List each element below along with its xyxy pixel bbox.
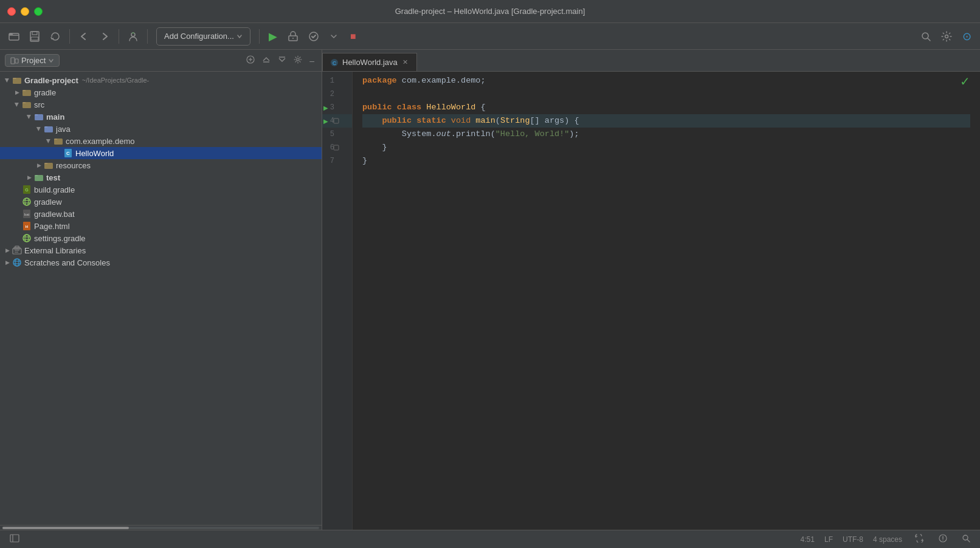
file-sync-button[interactable] bbox=[912, 533, 927, 546]
coverage-button[interactable] bbox=[305, 27, 323, 46]
out-5: out bbox=[437, 128, 451, 141]
toggle-sidebar-button[interactable] bbox=[7, 533, 22, 546]
toolbar-right: ⊙ bbox=[917, 27, 975, 46]
close-sidebar-button[interactable]: – bbox=[307, 55, 317, 67]
add-file-button[interactable] bbox=[244, 54, 257, 67]
updates-button[interactable]: ⊙ bbox=[958, 27, 975, 46]
bookmark-4 bbox=[333, 118, 339, 124]
paren-4a: ( bbox=[495, 114, 500, 128]
code-editor: ✓ 1 2 ▶ 3 ▶ 4 bbox=[322, 72, 980, 530]
gradle-folder-icon bbox=[22, 87, 32, 97]
code-line-3: public class HelloWorld { bbox=[362, 101, 970, 114]
scratches-icon bbox=[12, 258, 22, 267]
tree-item-scratches[interactable]: ▶ Scratches and Consoles bbox=[0, 256, 322, 269]
tree-item-helloworld[interactable]: ▶ C HelloWorld bbox=[0, 147, 322, 159]
line-number-gutter: 1 2 ▶ 3 ▶ 4 5 bbox=[322, 72, 353, 530]
tree-item-java[interactable]: ▶ java bbox=[0, 123, 322, 135]
run-gutter-3[interactable]: ▶ bbox=[323, 104, 328, 111]
html-file-icon: H bbox=[22, 221, 32, 231]
svg-rect-11 bbox=[11, 58, 15, 64]
svg-rect-54 bbox=[334, 118, 339, 123]
toolbar: Add Configuration... ▶ ■ ⊙ bbox=[0, 23, 980, 50]
tree-item-main[interactable]: ▶ main bbox=[0, 111, 322, 123]
space-4c bbox=[471, 114, 475, 128]
tree-item-com-example-demo[interactable]: ▶ com.example.demo bbox=[0, 135, 322, 147]
space-4a bbox=[412, 114, 416, 128]
indent-info[interactable]: 4 spaces bbox=[873, 535, 902, 544]
tree-arrow-resources: ▶ bbox=[34, 162, 44, 168]
back-button[interactable] bbox=[75, 27, 93, 46]
gutter-line-2: 2 bbox=[322, 87, 352, 101]
svg-text:C: C bbox=[333, 60, 337, 66]
string-hello: "Hello, World!" bbox=[495, 128, 570, 141]
stop-button[interactable]: ■ bbox=[345, 27, 362, 46]
code-line-1: package com.example.demo; bbox=[362, 74, 970, 87]
toolbar-sep-3 bbox=[147, 29, 148, 44]
file-status-button[interactable] bbox=[936, 533, 950, 546]
status-bar-right: 4:51 LF UTF-8 4 spaces bbox=[801, 533, 973, 546]
sidebar-settings-button[interactable] bbox=[291, 54, 305, 67]
run-gutter-4[interactable]: ▶ bbox=[323, 118, 328, 125]
build-button[interactable] bbox=[284, 27, 302, 46]
svg-text:C: C bbox=[66, 151, 70, 156]
line-ending[interactable]: LF bbox=[824, 535, 833, 544]
editor-tab-helloworld[interactable]: C HelloWorld.java ✕ bbox=[322, 53, 417, 71]
svg-rect-3 bbox=[31, 37, 38, 40]
tree-item-gradlew-bat[interactable]: ▶ bat gradlew.bat bbox=[0, 208, 322, 220]
class-string: String bbox=[500, 114, 530, 128]
tree-item-external-libraries[interactable]: ▶ External Libraries bbox=[0, 244, 322, 256]
tree-item-test[interactable]: ▶ test bbox=[0, 171, 322, 183]
settings-button[interactable] bbox=[937, 27, 956, 46]
line-num-7: 7 bbox=[322, 157, 334, 165]
project-view-selector[interactable]: Project bbox=[5, 54, 60, 67]
collapse-all-button[interactable] bbox=[260, 54, 273, 67]
tree-item-settings-gradle[interactable]: ▶ settings.gradle bbox=[0, 232, 322, 244]
refresh-button[interactable] bbox=[46, 27, 64, 46]
maximize-button[interactable] bbox=[34, 7, 43, 16]
gradlew-label: gradlew bbox=[34, 197, 62, 207]
tree-item-resources[interactable]: ▶ resources bbox=[0, 159, 322, 171]
toolbar-sep-2 bbox=[119, 29, 119, 44]
save-button[interactable] bbox=[26, 27, 44, 46]
tree-item-gradle-project[interactable]: ▶ Gradle-project ~/IdeaProjects/Gradle- bbox=[0, 74, 322, 86]
svg-rect-55 bbox=[334, 145, 339, 150]
profile-button[interactable] bbox=[124, 27, 142, 46]
main-content: Project – bbox=[0, 50, 980, 530]
tab-close-button[interactable]: ✕ bbox=[401, 58, 409, 66]
svg-text:H: H bbox=[26, 225, 28, 228]
encoding[interactable]: UTF-8 bbox=[843, 535, 863, 544]
sidebar: Project – bbox=[0, 50, 322, 530]
forward-button[interactable] bbox=[95, 27, 114, 46]
svg-point-60 bbox=[942, 539, 943, 540]
code-line-6: } bbox=[362, 141, 970, 154]
expand-all-button[interactable] bbox=[275, 54, 289, 67]
run-dropdown-button[interactable] bbox=[325, 27, 342, 46]
run-button[interactable]: ▶ bbox=[264, 27, 281, 46]
src-label: src bbox=[34, 100, 44, 109]
java-file-icon: C bbox=[63, 148, 73, 158]
tree-item-gradle[interactable]: ▶ gradle bbox=[0, 86, 322, 98]
add-configuration-button[interactable]: Add Configuration... bbox=[156, 27, 250, 46]
search-everywhere-button[interactable] bbox=[917, 27, 935, 46]
sidebar-scrollbar[interactable] bbox=[0, 525, 322, 530]
close-button[interactable] bbox=[7, 7, 16, 16]
tree-item-page-html[interactable]: ▶ H Page.html bbox=[0, 220, 322, 232]
code-content[interactable]: package com.example.demo; public class H… bbox=[353, 72, 980, 530]
minimize-button[interactable] bbox=[21, 7, 29, 16]
java-label: java bbox=[56, 125, 71, 134]
settings-gradle-label: settings.gradle bbox=[34, 234, 86, 243]
tree-item-gradlew[interactable]: ▶ gradlew bbox=[0, 196, 322, 208]
resources-folder-icon bbox=[44, 160, 53, 170]
page-html-label: Page.html bbox=[34, 222, 70, 231]
editor-check-icon: ✓ bbox=[960, 74, 970, 89]
cursor-position[interactable]: 4:51 bbox=[801, 535, 815, 544]
space-4b bbox=[446, 114, 451, 128]
test-label: test bbox=[46, 173, 60, 182]
pkg-label: com.example.demo bbox=[66, 137, 134, 146]
open-folder-button[interactable] bbox=[5, 27, 23, 46]
tree-item-src[interactable]: ▶ src bbox=[0, 98, 322, 111]
println-5: .println( bbox=[451, 128, 495, 141]
search-status-button[interactable] bbox=[959, 533, 973, 546]
sidebar-header-actions: – bbox=[244, 54, 317, 67]
tree-item-build-gradle[interactable]: ▶ G build.gradle bbox=[0, 183, 322, 196]
